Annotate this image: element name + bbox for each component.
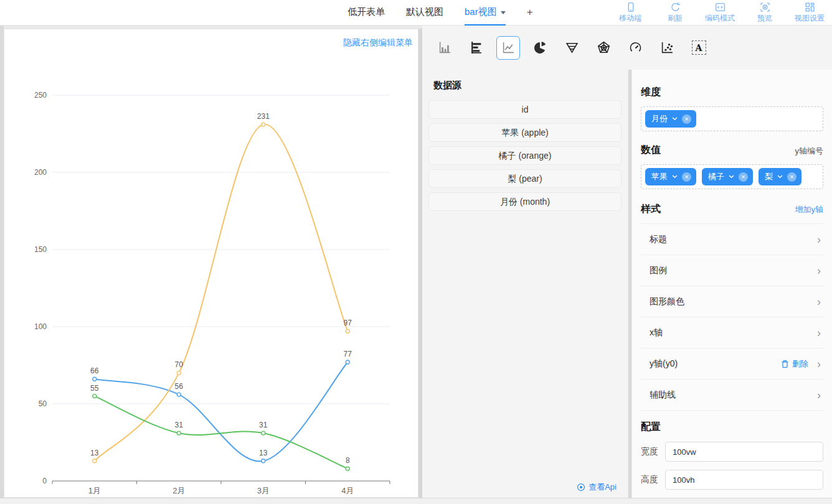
dimension-title: 维度 (641, 86, 823, 99)
chart-type-line-button[interactable] (496, 36, 520, 60)
delete-y-axis-button[interactable]: 删除 (781, 358, 808, 370)
datasource-field-orange[interactable]: 橘子 (orange) (428, 146, 622, 165)
chevron-right-icon: › (817, 390, 821, 401)
metric-tag-pear[interactable]: 梨 × (759, 168, 801, 185)
chart-type-scatter-button[interactable] (655, 36, 679, 60)
tab-label: + (527, 6, 533, 19)
code-mode-button[interactable]: 编码模式 (705, 2, 735, 24)
data-point-label: 231 (257, 112, 270, 121)
remove-tag-icon[interactable]: × (682, 114, 691, 124)
chart-type-hbar-button[interactable] (465, 36, 488, 60)
tab-label: 低开表单 (347, 6, 385, 18)
datasource-field-pear[interactable]: 梨 (pear) (428, 169, 622, 188)
height-label: 高度 (641, 474, 658, 485)
chevron-down-icon[interactable] (672, 117, 678, 121)
chart-type-toolbar: A (422, 26, 832, 70)
chart-type-text-button[interactable]: A (687, 36, 711, 60)
hide-edit-menu-link[interactable]: 隐藏右侧编辑菜单 (343, 37, 413, 49)
data-point-marker (262, 431, 265, 435)
bottom-scrollbar-track[interactable] (0, 498, 832, 504)
remove-tag-icon[interactable]: × (739, 172, 748, 182)
hbar-chart-icon (470, 41, 483, 54)
data-point-label: 56 (175, 382, 184, 391)
remove-tag-icon[interactable]: × (682, 172, 691, 182)
funnel-chart-icon (565, 41, 579, 54)
line-chart-icon (502, 41, 515, 54)
radar-chart-icon (597, 41, 610, 54)
add-view-tab-button[interactable]: + (527, 0, 533, 26)
width-input[interactable] (665, 442, 823, 462)
mobile-mode-button[interactable]: 移动端 (615, 2, 645, 24)
datasource-field-month[interactable]: 月份 (month) (428, 192, 622, 211)
style-row-guide-line[interactable]: 辅助线 › (641, 380, 823, 411)
tab-low-code-form[interactable]: 低开表单 (347, 0, 385, 26)
preview-button[interactable]: 预览 (750, 2, 780, 24)
data-point-marker (346, 360, 349, 364)
row-label: 图例 (650, 265, 667, 276)
y-axis-tick-label: 250 (34, 91, 47, 100)
data-point-label: 55 (90, 384, 99, 393)
x-axis-tick-label: 1月 (88, 486, 101, 495)
data-point-label: 70 (175, 360, 184, 369)
tab-label: bar视图 (465, 6, 497, 18)
style-row-title[interactable]: 标题 › (641, 224, 823, 255)
view-api-link[interactable]: 查看Api (577, 482, 617, 493)
x-axis-tick-label: 3月 (257, 486, 270, 495)
chart-type-pie-button[interactable] (528, 36, 552, 60)
chevron-down-icon[interactable] (501, 11, 506, 14)
text-chart-icon: A (692, 40, 706, 55)
chart-type-bar-button[interactable] (433, 36, 456, 60)
row-label: 标题 (650, 234, 667, 245)
metric-tag-apple[interactable]: 苹果 × (645, 168, 696, 185)
data-point-label: 13 (259, 449, 268, 457)
datasource-panel: 数据源 id 苹果 (apple) 橘子 (orange) 梨 (pear) 月… (422, 70, 628, 498)
chevron-down-icon[interactable] (729, 175, 734, 179)
data-point-marker (346, 467, 349, 470)
style-list: 标题 › 图例 › 图形颜色 › x轴 › y轴(y0) 删除 (641, 223, 823, 411)
data-point-label: 66 (90, 366, 99, 375)
dimension-tag-month[interactable]: 月份 × (645, 110, 696, 128)
chart-type-radar-button[interactable] (592, 36, 615, 60)
row-label: x轴 (650, 327, 663, 338)
width-label: 宽度 (641, 446, 658, 457)
style-title: 样式 (641, 203, 661, 216)
action-label: 编码模式 (705, 13, 735, 24)
trash-icon (781, 360, 789, 368)
metrics-dropzone[interactable]: 苹果 × 橘子 × 梨 × (641, 164, 823, 189)
datasource-field-apple[interactable]: 苹果 (apple) (428, 123, 622, 142)
data-point-label: 8 (346, 456, 350, 465)
data-point-label: 77 (344, 350, 352, 358)
style-row-y-axis[interactable]: y轴(y0) 删除 › (641, 348, 823, 380)
y-axis-tick-label: 50 (39, 399, 47, 408)
datasource-field-id[interactable]: id (428, 100, 622, 119)
add-y-axis-link[interactable]: 增加y轴 (795, 204, 824, 215)
style-row-legend[interactable]: 图例 › (641, 255, 823, 286)
chevron-down-icon[interactable] (672, 175, 678, 179)
action-label: 视图设置 (795, 13, 825, 24)
style-row-shape-color[interactable]: 图形颜色 › (641, 286, 823, 317)
line-chart: 0501001502002501月2月3月4月66561377137023197… (4, 29, 418, 497)
dimension-dropzone[interactable]: 月份 × (641, 106, 823, 131)
y-axis-tick-label: 100 (34, 322, 47, 331)
chart-type-gauge-button[interactable] (623, 36, 647, 60)
metric-tag-orange[interactable]: 橘子 × (702, 168, 753, 185)
chart-type-funnel-button[interactable] (560, 36, 584, 60)
data-point-marker (93, 459, 97, 463)
tag-label: 苹果 (651, 171, 668, 182)
chevron-right-icon: › (817, 234, 821, 245)
style-row-x-axis[interactable]: x轴 › (641, 317, 823, 348)
metrics-section: 数值 y轴编号 苹果 × 橘子 × 梨 × (641, 144, 823, 189)
height-input[interactable] (665, 470, 823, 490)
chart-canvas-panel: 隐藏右侧编辑菜单 0501001502002501月2月3月4月66561377… (4, 29, 418, 498)
remove-tag-icon[interactable]: × (787, 172, 797, 182)
tab-bar-view[interactable]: bar视图 (465, 0, 506, 26)
view-api-label: 查看Api (589, 482, 617, 493)
view-settings-button[interactable]: 视图设置 (795, 2, 825, 24)
topbar-actions: 移动端 刷新 编码模式 预览 视图设置 (615, 2, 825, 24)
data-point-marker (93, 377, 97, 381)
refresh-button[interactable]: 刷新 (660, 2, 690, 24)
config-row-height: 高度 (641, 470, 823, 490)
eye-icon (577, 483, 585, 492)
chevron-down-icon[interactable] (777, 175, 783, 179)
tab-default-view[interactable]: 默认视图 (406, 0, 443, 26)
